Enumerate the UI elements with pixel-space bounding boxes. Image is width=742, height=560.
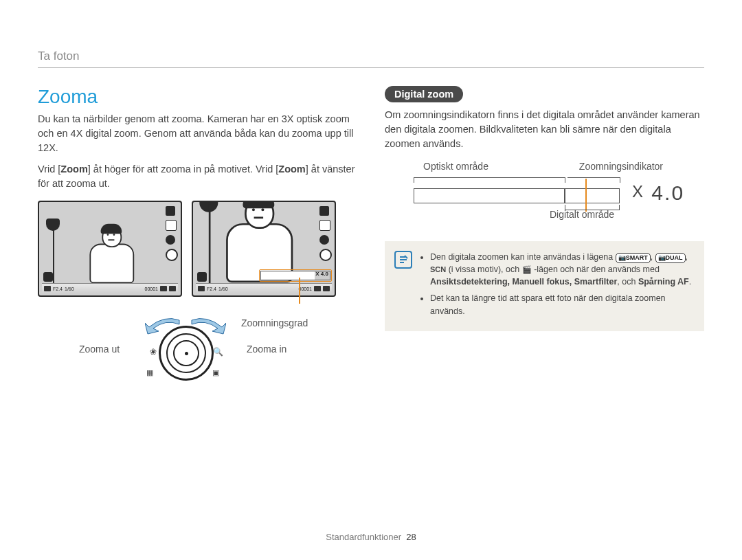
left-column: Zooma Du kan ta närbilder genom att zoom… [38, 86, 357, 386]
camera-preview-wide: F2.41/60 00001 [38, 201, 182, 297]
storage-icon [314, 286, 321, 291]
stabilizer-icon [197, 272, 207, 282]
right-column: Digital zoom Om zoomningsindikatorn finn… [385, 86, 704, 386]
mode-icon [166, 235, 175, 245]
zoom-value: X 4.0 [632, 181, 684, 205]
text: Vrid [ [38, 164, 60, 175]
zoom-range-diagram: Optiskt område Zoomningsindikator X 4.0 [385, 161, 704, 226]
instruction-paragraph: Vrid [Zoom] åt höger för att zooma in på… [38, 162, 357, 191]
intro-paragraph: Du kan ta närbilder genom att zooma. Kam… [38, 112, 357, 155]
digital-zoom-paragraph: Om zoomningsindikatorn finns i det digit… [385, 108, 704, 151]
battery-level-icon [169, 286, 176, 291]
text: . [689, 277, 691, 287]
callout-line [299, 278, 300, 304]
frame-counter: 00001 [145, 287, 158, 291]
zoom-dial-diagram: Zoomningsgrad Zooma ut Zooma in ❀ 🔍 ▦ ▣ [38, 317, 357, 386]
zoom-bar [414, 188, 620, 203]
page-number: 28 [406, 532, 416, 542]
optical-range-label: Optiskt område [423, 161, 488, 172]
zoom-x-value: 4.0 [651, 181, 684, 204]
diagram-ticks [414, 177, 620, 183]
shutter-value: 1/60 [65, 287, 74, 291]
camera-icon [44, 286, 51, 291]
size-icon [319, 220, 330, 231]
text: ] åt höger för att zooma in på motivet. … [88, 164, 279, 175]
camera-info-bar: F2.41/60 00001 [196, 283, 332, 293]
footer-section-label: Standardfunktioner [326, 532, 401, 542]
battery-level-icon [323, 286, 330, 291]
text: , och [617, 277, 638, 287]
stabilizer-icon [43, 272, 53, 282]
zoom-grade-label: Zoomningsgrad [241, 317, 308, 328]
note-box: Den digitala zoomen kan inte användas i … [385, 241, 704, 331]
zoom-in-label: Zooma in [247, 344, 286, 355]
magnify-icon: 🔍 [214, 348, 222, 356]
zoom-highlight-ring [259, 269, 332, 282]
flash-icon [166, 249, 178, 261]
digital-range-label: Digitalt område [550, 209, 614, 220]
zoom-x-prefix: X [632, 182, 644, 201]
movie-mode-icon: 🎬 [522, 265, 532, 273]
note-icon [394, 251, 412, 269]
macro-icon: ❀ [149, 348, 157, 356]
camera-status-icons [166, 206, 178, 261]
camera-info-bar: F2.41/60 00001 [42, 283, 178, 293]
aperture-value: F2.4 [53, 287, 63, 291]
aperture-value: F2.4 [207, 287, 216, 291]
zoom-out-label: Zooma ut [79, 344, 120, 355]
battery-icon [166, 206, 175, 216]
storage-icon [160, 286, 167, 291]
section-heading: Zooma [38, 86, 357, 108]
camera-icon [198, 286, 205, 291]
size-icon [166, 220, 177, 231]
frame-counter: 00001 [299, 287, 312, 291]
feature-list: Ansiktsdetektering, Manuell fokus, Smart… [430, 277, 617, 287]
note-item: Den digitala zoomen kan inte användas i … [430, 251, 693, 288]
zoom-dial-icon [159, 326, 214, 381]
smart-mode-chip: 📷SMART [616, 253, 651, 263]
zoom-keyword: Zoom [278, 164, 305, 175]
battery-icon [319, 206, 329, 216]
flash-icon [319, 249, 332, 261]
mode-icon [319, 235, 329, 245]
camera-preview-zoomed: X 4.0 F2.41/60 00001 [192, 201, 336, 297]
breadcrumb: Ta foton [38, 49, 704, 68]
digital-zoom-heading: Digital zoom [385, 86, 463, 102]
zoom-keyword: Zoom [60, 164, 87, 175]
tracking-af-label: Spårning AF [638, 277, 689, 287]
text: -lägen och när den används med [532, 265, 660, 274]
page-footer: Standardfunktioner 28 [0, 532, 742, 542]
person-illustration [86, 224, 135, 284]
note-item: Det kan ta längre tid att spara ett foto… [430, 292, 693, 317]
dual-mode-chip: 📷DUAL [655, 253, 686, 263]
note-list: Den digitala zoomen kan inte användas i … [420, 251, 693, 322]
text: Den digitala zoomen kan inte användas i … [430, 252, 616, 262]
text: (i vissa motiv), och [446, 265, 521, 274]
shutter-value: 1/60 [218, 287, 228, 291]
grid-icon: ▦ [146, 368, 153, 377]
preview-row: F2.41/60 00001 [38, 201, 357, 297]
camera-status-icons [319, 206, 332, 261]
zoom-indicator-label: Zoomningsindikator [579, 161, 663, 172]
digital-bracket [565, 205, 620, 210]
scn-mode-label: SCN [430, 265, 446, 273]
info-icon: ▣ [212, 368, 219, 377]
